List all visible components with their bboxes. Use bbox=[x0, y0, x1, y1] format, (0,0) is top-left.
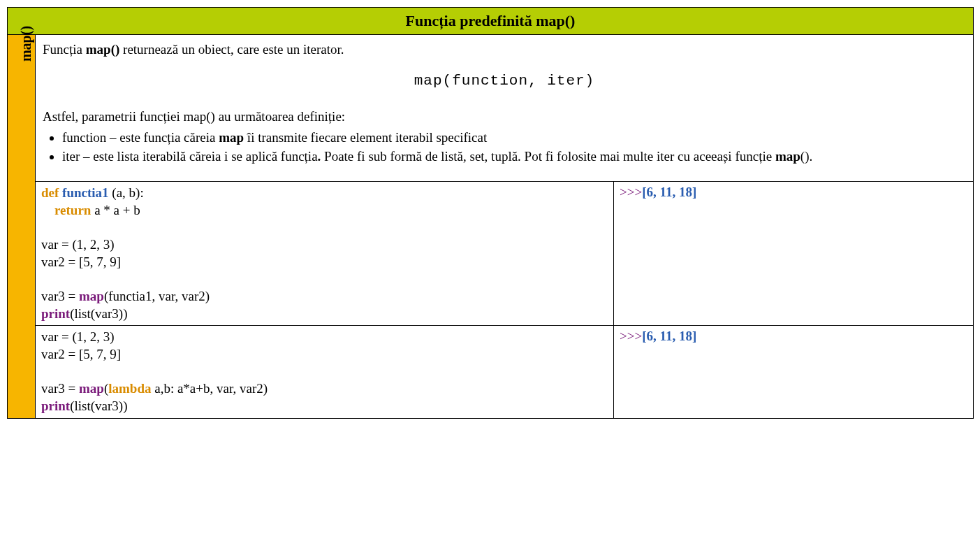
params-list: function – este funcția căreia map îi tr… bbox=[62, 129, 966, 166]
intro-line: Funcția map() returnează un obiect, care… bbox=[43, 41, 966, 59]
ex2-print: print bbox=[41, 398, 70, 413]
ex1-l7map: map bbox=[79, 289, 104, 303]
side-label: map() bbox=[18, 26, 34, 62]
ex2-lambda: lambda bbox=[108, 381, 151, 396]
ex2-l2: var2 = [5, 7, 9] bbox=[41, 347, 121, 361]
ex2-prompt: >>> bbox=[620, 329, 642, 343]
params-intro: Astfel, parametrii funcției map() au urm… bbox=[43, 108, 966, 126]
table-header: Funcția predefinită map() bbox=[8, 8, 974, 35]
p2-post1: Poate fi sub formă de listă, set, tuplă.… bbox=[321, 149, 775, 164]
ex2-l5rest: (list(var3)) bbox=[70, 398, 127, 413]
p2-post2: (). bbox=[800, 149, 812, 164]
example2-code: var = (1, 2, 3) var2 = [5, 7, 9] var3 = … bbox=[36, 326, 614, 418]
p2-bold2: map bbox=[775, 149, 800, 164]
param-iter: iter – este lista iterabilă căreia i se … bbox=[62, 148, 966, 166]
p2-pre: iter – este lista iterabilă căreia i se … bbox=[62, 149, 318, 164]
p1-bold: map bbox=[219, 130, 244, 145]
ex2-outval: [6, 11, 18] bbox=[642, 329, 696, 343]
side-label-cell: map() bbox=[8, 35, 36, 419]
ex1-l5: var2 = [5, 7, 9] bbox=[41, 254, 121, 269]
doc-table: Funcția predefinită map() map() Funcția … bbox=[7, 7, 974, 419]
ex1-l7rest: (functia1, var, var2) bbox=[104, 289, 210, 303]
ex1-def: def bbox=[41, 185, 59, 200]
ex1-l7pre: var3 = bbox=[41, 289, 79, 303]
p1-pre: function – este funcția căreia bbox=[62, 130, 219, 145]
ex1-prompt: >>> bbox=[620, 185, 642, 199]
ex2-l4map: map bbox=[79, 381, 104, 396]
ex2-l4rest: a,b: a*a+b, var, var2) bbox=[151, 381, 268, 396]
intro-bold: map() bbox=[86, 42, 120, 57]
example2-output: >>>[6, 11, 18] bbox=[614, 326, 974, 418]
param-function: function – este funcția căreia map îi tr… bbox=[62, 129, 966, 147]
header-title: Funcția predefinită map() bbox=[406, 12, 576, 29]
ex1-fnname: functia1 bbox=[62, 185, 109, 200]
intro-pre: Funcția bbox=[43, 42, 86, 57]
syntax-line: map(function, iter) bbox=[43, 71, 966, 91]
ex1-outval: [6, 11, 18] bbox=[642, 185, 696, 199]
intro-post: returnează un obiect, care este un itera… bbox=[119, 42, 344, 57]
ex2-l4pre: var3 = bbox=[41, 381, 79, 396]
example1-output: >>>[6, 11, 18] bbox=[614, 181, 974, 326]
ex2-l1: var = (1, 2, 3) bbox=[41, 329, 115, 344]
ex1-l8rest: (list(var3)) bbox=[70, 306, 127, 321]
ex1-return: return bbox=[54, 203, 91, 217]
p1-post: îi transmite fiecare element iterabil sp… bbox=[244, 130, 487, 145]
description-cell: Funcția map() returnează un obiect, care… bbox=[36, 35, 974, 182]
ex1-indent bbox=[41, 203, 54, 217]
ex1-l4: var = (1, 2, 3) bbox=[41, 237, 115, 252]
ex1-print: print bbox=[41, 306, 70, 321]
ex1-args: (a, b): bbox=[109, 185, 144, 200]
example1-code: def functia1 (a, b): return a * a + b va… bbox=[36, 181, 614, 326]
ex1-l2rest: a * a + b bbox=[91, 203, 140, 217]
